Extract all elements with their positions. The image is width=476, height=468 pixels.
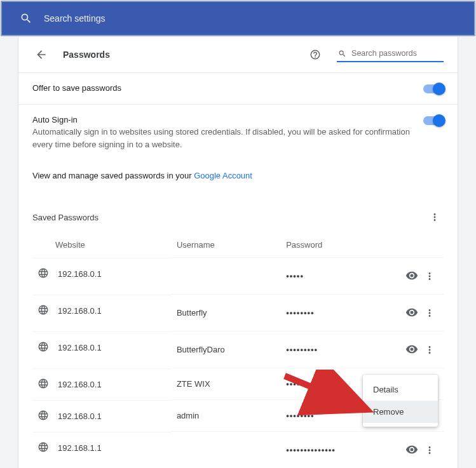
- site-cell[interactable]: 192.168.0.1: [58, 343, 102, 352]
- password-cell: ••••••••: [281, 295, 393, 331]
- site-cell[interactable]: 192.168.1.1: [58, 443, 102, 453]
- username-cell: Butterfly: [172, 295, 281, 331]
- show-password-button[interactable]: [403, 267, 421, 284]
- site-cell[interactable]: 192.168.0.1: [58, 380, 102, 389]
- row-more-button[interactable]: [421, 267, 439, 285]
- page-title: Passwords: [63, 50, 294, 60]
- show-password-button[interactable]: [403, 304, 421, 321]
- auto-signin-title: Auto Sign-in: [32, 115, 413, 124]
- table-row: 192.168.0.1Butterfly••••••••: [32, 295, 444, 331]
- row-context-menu: Details Remove: [363, 375, 438, 427]
- username-cell: admin: [172, 400, 281, 432]
- table-row: 192.168.0.1ButterflyDaro•••••••••: [32, 331, 444, 368]
- site-cell[interactable]: 192.168.0.1: [58, 411, 102, 421]
- search-icon: [338, 49, 346, 58]
- help-icon: [309, 49, 321, 60]
- menu-item-details[interactable]: Details: [363, 378, 438, 401]
- settings-search-placeholder: Search settings: [44, 13, 105, 23]
- auto-signin-toggle[interactable]: [423, 116, 444, 125]
- password-cell: •••••: [281, 258, 393, 295]
- saved-passwords-table: Website Username Password 192.168.0.1•••…: [32, 232, 444, 468]
- more-vert-icon: [429, 211, 440, 223]
- google-account-link[interactable]: Google Account: [194, 171, 252, 180]
- username-cell: ButterflyDaro: [172, 331, 281, 368]
- offer-save-row: Offer to save passwords: [18, 72, 458, 104]
- show-password-button[interactable]: [403, 441, 421, 458]
- username-cell: ZTE WIX: [172, 368, 281, 400]
- password-search-input[interactable]: [351, 49, 442, 58]
- saved-passwords-more-button[interactable]: [426, 208, 444, 226]
- row-more-button[interactable]: [421, 304, 439, 322]
- row-more-button[interactable]: [421, 341, 439, 359]
- search-icon: [20, 12, 32, 25]
- offer-save-toggle[interactable]: [423, 84, 444, 93]
- globe-icon: [37, 341, 49, 354]
- menu-item-remove[interactable]: Remove: [363, 401, 438, 423]
- table-row: 192.168.0.1•••••: [32, 258, 444, 295]
- globe-icon: [37, 267, 49, 281]
- username-cell: [172, 432, 281, 469]
- manage-in-account-text: View and manage saved passwords in your …: [18, 161, 458, 191]
- settings-searchbar[interactable]: Search settings: [1, 1, 475, 36]
- globe-icon: [37, 441, 49, 455]
- auto-signin-desc: Automatically sign in to websites using …: [32, 126, 413, 150]
- password-cell: •••••••••: [281, 331, 393, 368]
- show-password-button[interactable]: [403, 340, 421, 358]
- saved-passwords-heading: Saved Passwords: [32, 213, 426, 222]
- globe-icon: [37, 304, 49, 318]
- username-cell: [172, 258, 281, 295]
- offer-save-label: Offer to save passwords: [32, 83, 413, 93]
- col-password: Password: [281, 232, 393, 258]
- password-cell: ••••••••••••••: [281, 432, 393, 469]
- help-button[interactable]: [306, 46, 324, 64]
- globe-icon: [37, 378, 49, 391]
- site-cell[interactable]: 192.168.0.1: [58, 269, 102, 279]
- auto-signin-row: Auto Sign-in Automatically sign in to we…: [18, 104, 458, 161]
- panel-header: Passwords: [18, 37, 458, 72]
- col-username: Username: [172, 232, 281, 258]
- table-row: 192.168.1.1••••••••••••••: [32, 432, 444, 469]
- globe-icon: [37, 410, 49, 423]
- site-cell[interactable]: 192.168.0.1: [58, 306, 102, 316]
- back-button[interactable]: [32, 46, 50, 64]
- row-more-button[interactable]: [421, 441, 439, 459]
- arrow-back-icon: [35, 48, 48, 61]
- col-website: Website: [32, 232, 172, 258]
- password-search-field[interactable]: [337, 48, 444, 62]
